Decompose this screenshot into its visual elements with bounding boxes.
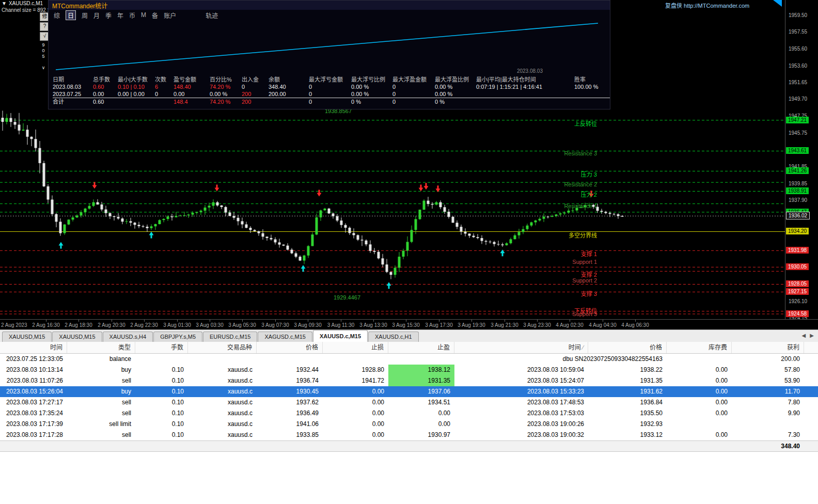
history-col-header-4[interactable]: 价格 [257, 342, 323, 353]
history-col-header-9[interactable]: 库存费 [667, 342, 732, 353]
stats-header-row: 日期总手数最小|大手数次数盈亏金额百分比%出入金余额最大浮亏金额最大浮亏比例最大… [53, 76, 610, 83]
history-col-header-3[interactable]: 交易品种 [188, 342, 257, 353]
cell-lots: 0.10 [135, 419, 188, 430]
stats-menu-item-轨迹[interactable]: 轨迹 [206, 11, 218, 20]
cell-type: sell [67, 430, 135, 440]
channel-bottom-value: 1929.4467 [334, 294, 360, 301]
cell-swap [667, 419, 732, 430]
price-label: 1959.50 [789, 12, 807, 18]
stats-menu-item-月[interactable]: 月 [93, 11, 100, 20]
tab-scroll-buttons: ◀ ▶ [802, 333, 814, 338]
cell-close_time: 2023.08.03 17:53:03 [454, 408, 588, 419]
price-tag: 1934.20 [786, 228, 809, 234]
history-col-header-2[interactable]: 手数 [135, 342, 188, 353]
time-tick [373, 320, 374, 322]
stats-menu-item-M[interactable]: M [141, 11, 146, 19]
history-row[interactable]: 2023.08.03 17:35:24sell0.10xauusd.c1936.… [0, 408, 818, 419]
stats-menu-item-季[interactable]: 季 [105, 11, 112, 20]
vertical-scale-label: 905 ∨ [41, 42, 46, 71]
history-row[interactable]: 2023.08.03 11:07:26sell0.10xauusd.c1936.… [0, 375, 818, 386]
stats-menu-item-综[interactable]: 综 [54, 11, 60, 20]
triangle-marker-icon [773, 0, 782, 7]
cell-profit: 11.70 [732, 386, 804, 397]
cell-tp: 1930.97 [388, 430, 454, 440]
time-label: 4 Aug 04:30 [589, 322, 616, 328]
tab-scroll-right-icon[interactable]: ▶ [810, 333, 814, 338]
cell-type: sell limit [67, 419, 135, 430]
watermark-link: 复盘侠 http://MTCommander.com [665, 1, 749, 9]
cell-open_time: 2023.08.03 15:26:04 [0, 386, 67, 397]
time-tick [406, 320, 406, 322]
time-label: 2 Aug 20:30 [98, 322, 125, 328]
chart-tab-XAUUSD.c,H1[interactable]: XAUUSD.c,H1 [368, 332, 419, 342]
cell-symbol: xauusd.c [188, 430, 257, 440]
cell-symbol: xauusd.c [188, 386, 257, 397]
stats-menu-item-年[interactable]: 年 [117, 11, 123, 20]
time-label: 3 Aug 07:30 [261, 322, 289, 328]
candles [2, 111, 624, 279]
stats-menu-item-备[interactable]: 备 [152, 11, 158, 20]
time-tick [144, 320, 145, 322]
stats-menu-item-周[interactable]: 周 [82, 11, 88, 20]
cell-sl: 0.00 [323, 430, 388, 440]
stats-menu-item-日[interactable]: 日 [66, 10, 76, 20]
current-price-tag: 1936.02 [786, 212, 810, 219]
price-tag: 1941.26 [786, 167, 809, 174]
chart-tab-EURUSD.c,M15[interactable]: EURUSD.c,M15 [203, 332, 257, 342]
tab-scroll-left-icon[interactable]: ◀ [802, 333, 806, 338]
price-scale[interactable]: 1959.501957.551955.601953.601951.651949.… [785, 0, 818, 319]
time-tick [308, 320, 308, 322]
cell-tp [388, 354, 454, 365]
history-col-header-7[interactable]: 时间 ∕ [454, 342, 588, 353]
time-label: 4 Aug 02:30 [556, 322, 583, 328]
cell-swap: 0.00 [667, 375, 732, 386]
time-label: 3 Aug 13:30 [359, 322, 387, 328]
chart-tab-XAUUSD.c,M15[interactable]: XAUUSD.c,M15 [313, 330, 368, 342]
cell-close_time: 2023.08.03 10:59:04 [454, 365, 588, 375]
chart-tab-XAUUSD.s,H4[interactable]: XAUUSD.s,H4 [103, 332, 153, 342]
chart-tab-XAGUSD.c,M15[interactable]: XAGUSD.c,M15 [258, 332, 312, 342]
history-row[interactable]: 2023.07.25 12:33:05balancedbu SN20230725… [0, 354, 818, 365]
history-row[interactable]: 2023.08.03 17:17:28sell0.10xauusd.c1933.… [0, 430, 818, 440]
cell-close_time: 2023.08.03 15:33:23 [454, 386, 588, 397]
time-axis[interactable]: 2 Aug 20232 Aug 16:302 Aug 18:302 Aug 20… [0, 319, 818, 329]
cell-price [257, 354, 323, 365]
stats-panel-titlebar[interactable]: MTCommander统计 [49, 1, 610, 10]
cell-type: buy [67, 386, 135, 397]
cell-close_price: 1931.62 [588, 386, 667, 397]
time-tick [78, 320, 79, 322]
chart-tab-XAUUSD,M15[interactable]: XAUUSD,M15 [52, 332, 102, 342]
history-col-header-6[interactable]: 止盈 [388, 342, 454, 353]
history-col-header-0[interactable]: 时间 [0, 342, 67, 353]
history-col-header-5[interactable]: 止损 [323, 342, 388, 353]
stats-menu-item-币[interactable]: 币 [129, 11, 135, 20]
chart-tab-GBPJPY.s,M5[interactable]: GBPJPY.s,M5 [153, 332, 202, 342]
history-col-header-1[interactable]: 类型 [67, 342, 135, 353]
cell-sl: 0.00 [323, 408, 388, 419]
equity-curve [49, 20, 609, 75]
time-tick [210, 320, 210, 322]
sell-arrow-icon [215, 185, 219, 192]
history-col-header-8[interactable]: 价格 [588, 342, 667, 353]
price-label: 1953.60 [789, 63, 807, 69]
chart-tab-XAUUSD,M15[interactable]: XAUUSD,M15 [2, 332, 52, 342]
history-row[interactable]: 2023.08.03 17:17:39sell limit0.10xauusd.… [0, 419, 818, 430]
cell-symbol: xauusd.c [188, 365, 257, 375]
history-footer: 348.40 [0, 440, 818, 452]
history-row[interactable]: 2023.08.03 10:13:14buy0.10xauusd.c1932.4… [0, 365, 818, 375]
buy-arrow-icon [59, 242, 64, 248]
history-col-header-10[interactable]: 获利 [732, 342, 804, 353]
history-row[interactable]: 2023.08.03 15:26:04buy0.10xauusd.c1930.4… [0, 386, 818, 397]
chart-area[interactable]: 上反转位Resistance 3压力 3Resistance 2压力 2Resi… [0, 0, 818, 329]
cell-tp: 0.00 [388, 408, 454, 419]
dropdown-icon[interactable]: ▼ [2, 1, 7, 6]
cell-profit: 9.90 [732, 408, 804, 419]
time-tick [635, 320, 636, 322]
history-row[interactable]: 2023.08.03 17:27:17sell0.10xauusd.c1937.… [0, 397, 818, 408]
cell-type: sell [67, 397, 135, 408]
price-label: 1926.10 [789, 298, 807, 304]
time-tick [177, 320, 178, 322]
equity-curve-area: 2023.08.03 [49, 20, 610, 75]
stats-menu-item-账户[interactable]: 账户 [164, 11, 176, 20]
buy-arrow-icon [149, 232, 154, 239]
